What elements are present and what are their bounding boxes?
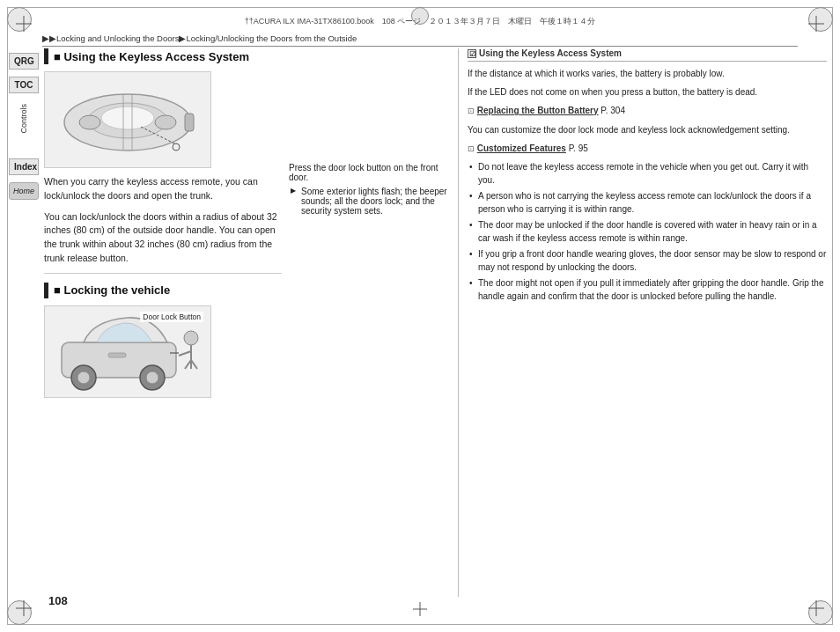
center-bottom-crosshair — [413, 602, 427, 616]
right-column: ☑ Using the Keyless Access System If the… — [458, 48, 827, 597]
crosshair-bl — [16, 600, 32, 616]
door-lock-label: Door Lock Button — [140, 312, 203, 322]
sub-bullet: Some exterior lights flash; the beeper s… — [289, 187, 458, 216]
car-image — [44, 71, 211, 168]
controls-label: Controls — [19, 104, 28, 134]
section1-intro: When you carry the keyless access remote… — [44, 175, 282, 203]
section2-bar — [44, 283, 48, 298]
list-item: Do not leave the keyless access remote i… — [468, 160, 827, 187]
link1-ref[interactable]: ⊡ Replacing the Button Battery P. 304 — [468, 104, 827, 118]
breadcrumb-text: ▶▶Locking and Unlocking the Doors▶Lockin… — [42, 33, 357, 43]
bullet-list: Do not leave the keyless access remote i… — [468, 160, 827, 303]
link1-icon: ⊡ — [468, 107, 475, 115]
home-button[interactable]: Home — [9, 182, 39, 200]
svg-point-5 — [79, 115, 100, 129]
list-item: A person who is not carrying the keyless… — [468, 189, 827, 216]
car-svg — [53, 78, 203, 162]
section2-title: ■ Locking the vehicle — [54, 283, 170, 297]
section2-heading: ■ Locking the vehicle — [44, 283, 282, 298]
link2-page: P. 95 — [569, 143, 588, 153]
note-para2: If the LED does not come on when you pre… — [468, 85, 827, 99]
press-text: Press the door lock button on the front … — [289, 163, 458, 182]
mid-column: Press the door lock button on the front … — [282, 48, 458, 597]
svg-rect-7 — [185, 114, 194, 131]
link1-text: Replacing the Button Battery — [477, 106, 599, 115]
breadcrumb: ▶▶Locking and Unlocking the Doors▶Lockin… — [42, 33, 798, 47]
left-column: ■ Using the Keyless Access System — [44, 48, 282, 597]
section1-heading: ■ Using the Keyless Access System — [44, 48, 282, 64]
section1-detail: You can lock/unlock the doors within a r… — [44, 210, 282, 266]
svg-point-6 — [155, 115, 176, 129]
link2-ref[interactable]: ⊡ Customized Features P. 95 — [468, 142, 827, 156]
crosshair-tr — [808, 16, 824, 32]
list-item: The door may be unlocked if the door han… — [468, 218, 827, 245]
qrg-button[interactable]: QRG — [9, 53, 39, 70]
svg-point-12 — [77, 371, 90, 384]
svg-point-9 — [173, 143, 180, 151]
link2-icon: ⊡ — [468, 144, 475, 153]
svg-line-20 — [191, 360, 197, 369]
crosshair-tl — [16, 16, 32, 32]
link2-text: Customized Features — [477, 143, 566, 153]
svg-point-14 — [146, 371, 158, 384]
note-title: ☑ Using the Keyless Access System — [468, 48, 827, 62]
link1-page: P. 304 — [601, 106, 625, 115]
index-button[interactable]: Index — [9, 158, 39, 175]
svg-point-2 — [101, 107, 154, 129]
note-icon: ☑ — [468, 49, 476, 58]
list-item: If you grip a front door handle wearing … — [468, 247, 827, 274]
section1-title: ■ Using the Keyless Access System — [54, 50, 249, 63]
svg-rect-15 — [108, 353, 126, 357]
crosshair-br — [808, 600, 824, 616]
toc-button[interactable]: TOC — [9, 77, 39, 93]
note-title-text: Using the Keyless Access System — [479, 48, 622, 58]
lock-image: Door Lock Button — [44, 305, 211, 398]
svg-point-16 — [184, 331, 198, 345]
file-info: ††ACURA ILX IMA-31TX86100.book 108 ページ ２… — [245, 16, 596, 27]
content-wrapper: ■ Using the Keyless Access System — [44, 48, 827, 597]
note-para1: If the distance at which it works varies… — [468, 67, 827, 80]
sidebar: QRG TOC Controls Index Home — [7, 53, 41, 200]
list-item: The door might not open if you pull it i… — [468, 276, 827, 303]
svg-line-18 — [179, 351, 191, 356]
section-divider — [44, 273, 282, 274]
svg-line-19 — [185, 360, 191, 369]
note-para3: You can customize the door lock mode and… — [468, 123, 827, 136]
section1-bar — [44, 48, 48, 64]
spacer1 — [289, 48, 458, 163]
